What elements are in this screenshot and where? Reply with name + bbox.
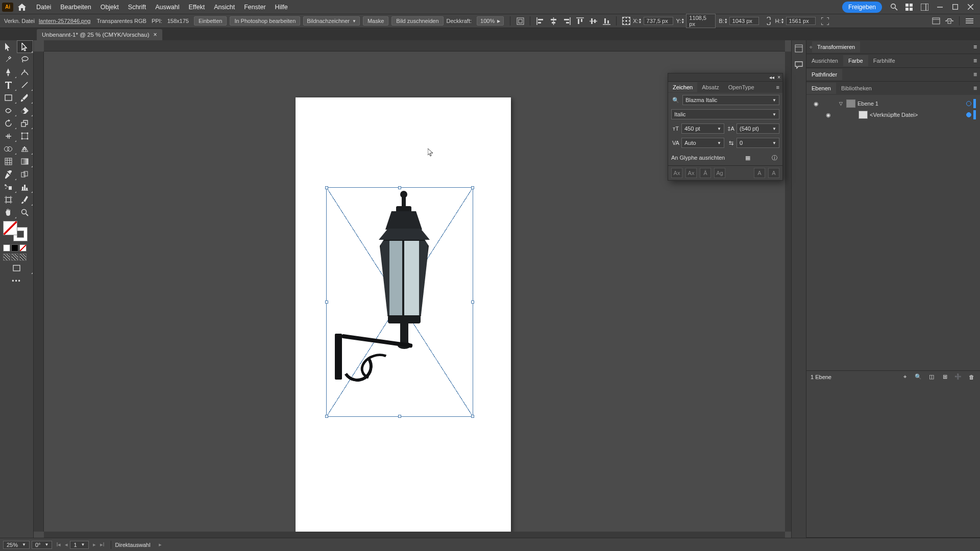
- transform-reference-icon[interactable]: [621, 15, 632, 27]
- w-value[interactable]: 1043 px: [729, 17, 759, 25]
- menu-datei[interactable]: Datei: [32, 2, 56, 13]
- mask-button[interactable]: Maske: [363, 16, 388, 26]
- shape-builder-tool[interactable]: [0, 142, 17, 155]
- first-artboard-icon[interactable]: I◂: [54, 541, 63, 548]
- snap-proximity-icon[interactable]: A: [768, 168, 779, 178]
- menu-hilfe[interactable]: Hilfe: [271, 2, 292, 13]
- tab-paragraph[interactable]: Absatz: [697, 82, 724, 92]
- resize-handle[interactable]: [325, 300, 328, 304]
- x-field[interactable]: X:▲▼737,5 px: [633, 17, 674, 25]
- screen-mode-tool[interactable]: [0, 262, 33, 274]
- h-value[interactable]: 1561 px: [786, 17, 816, 25]
- find-layer-icon[interactable]: 🔍: [914, 373, 923, 380]
- hand-tool[interactable]: [0, 206, 17, 219]
- pen-tool[interactable]: [0, 66, 17, 79]
- draw-behind-icon[interactable]: [11, 254, 18, 261]
- curvature-tool[interactable]: [17, 66, 34, 79]
- align-left-icon[interactable]: [534, 15, 546, 27]
- scale-tool[interactable]: [17, 117, 34, 130]
- horizontal-ruler[interactable]: [44, 40, 785, 52]
- panel-menu-icon[interactable]: ≡: [970, 43, 980, 51]
- artboard-tool[interactable]: [0, 193, 17, 206]
- new-sublayer-icon[interactable]: ⊞: [940, 373, 949, 380]
- menu-effekt[interactable]: Effekt: [184, 2, 209, 13]
- embed-button[interactable]: Einbetten: [194, 16, 227, 26]
- w-field[interactable]: B:▲▼1043 px: [719, 17, 760, 25]
- width-tool[interactable]: [0, 130, 17, 142]
- crop-image-button[interactable]: Bild zuschneiden: [391, 16, 443, 26]
- workspace-icon[interactable]: [919, 4, 930, 11]
- next-artboard-icon[interactable]: ▸: [91, 541, 98, 548]
- paintbrush-tool[interactable]: [17, 91, 34, 104]
- collapse-icon[interactable]: ◂◂: [769, 74, 774, 80]
- zoom-tool[interactable]: [17, 206, 34, 219]
- snap-glyphbounds-icon[interactable]: Â: [700, 168, 711, 178]
- panel-menu-icon[interactable]: [964, 15, 975, 27]
- fill-stroke-swatches[interactable]: [0, 219, 33, 243]
- close-tab-icon[interactable]: ×: [153, 31, 157, 38]
- resize-handle[interactable]: [471, 415, 474, 418]
- menu-fenster[interactable]: Fenster: [239, 2, 270, 13]
- preferences-icon[interactable]: [944, 15, 955, 27]
- align-vcenter-icon[interactable]: [587, 15, 599, 27]
- color-mode-swatch[interactable]: [3, 244, 10, 252]
- menu-ansicht[interactable]: Ansicht: [209, 2, 239, 13]
- panel-menu-icon[interactable]: ≡: [970, 57, 980, 64]
- glyph-grid-icon[interactable]: ▦: [743, 153, 752, 162]
- make-clipmask-icon[interactable]: ◫: [927, 373, 936, 380]
- tab-color[interactable]: Farbe: [843, 55, 868, 66]
- close-panel-icon[interactable]: ×: [777, 74, 780, 80]
- status-flyout-icon[interactable]: ▸: [157, 541, 164, 548]
- find-font-icon[interactable]: 🔍: [671, 95, 680, 105]
- symbol-sprayer-tool[interactable]: [0, 181, 17, 193]
- tab-colorguide[interactable]: Farbhilfe: [868, 55, 900, 66]
- eraser-tool[interactable]: [17, 104, 34, 117]
- search-icon[interactable]: [888, 3, 899, 11]
- visibility-toggle-icon[interactable]: ◉: [811, 101, 822, 107]
- magic-wand-tool[interactable]: [0, 53, 17, 66]
- menu-auswahl[interactable]: Auswahl: [151, 2, 184, 13]
- last-artboard-icon[interactable]: ▸I: [98, 541, 107, 548]
- target-icon[interactable]: [966, 112, 971, 117]
- align-bottom-icon[interactable]: [601, 15, 612, 27]
- stepper-icon[interactable]: ▲▼: [781, 18, 785, 24]
- edit-toolbar-icon[interactable]: •••: [0, 274, 33, 288]
- tab-pathfinder[interactable]: Pathfinder: [806, 69, 842, 80]
- gradient-tool[interactable]: [17, 155, 34, 168]
- vertical-ruler[interactable]: [34, 52, 44, 532]
- scale-corners-icon[interactable]: [820, 15, 831, 27]
- tab-transform[interactable]: Transformieren: [812, 41, 860, 53]
- resize-handle[interactable]: [398, 415, 401, 418]
- align-hcenter-icon[interactable]: [548, 15, 559, 27]
- vertical-scrollbar[interactable]: [785, 52, 791, 532]
- y-field[interactable]: Y:▲▼1108,5 px: [676, 14, 717, 28]
- shaper-tool[interactable]: [0, 104, 17, 117]
- tab-libraries[interactable]: Bibliotheken: [836, 83, 877, 94]
- resize-handle[interactable]: [471, 300, 474, 304]
- stepper-icon[interactable]: ▲▼: [681, 18, 684, 24]
- layer-item-name[interactable]: <Verknüpfte Datei>: [870, 112, 964, 118]
- menu-schrift[interactable]: Schrift: [124, 2, 151, 13]
- font-size-field[interactable]: 450 pt▼: [681, 123, 724, 134]
- rectangle-tool[interactable]: [0, 91, 17, 104]
- eyedropper-tool[interactable]: [0, 168, 17, 181]
- leading-field[interactable]: (540 pt)▼: [737, 123, 779, 134]
- artboard-nav-field[interactable]: 1▼: [70, 541, 88, 549]
- none-mode-swatch[interactable]: [19, 244, 27, 252]
- layer-row[interactable]: ◉ ▽ Ebene 1: [811, 98, 976, 109]
- layer-name[interactable]: Ebene 1: [857, 101, 964, 107]
- rotation-dropdown[interactable]: 0°▼: [32, 541, 52, 549]
- draw-normal-icon[interactable]: [3, 254, 10, 261]
- panel-menu-icon[interactable]: ≡: [773, 84, 782, 90]
- horizontal-scrollbar[interactable]: [44, 532, 785, 538]
- y-value[interactable]: 1108,5 px: [686, 14, 716, 28]
- lasso-tool[interactable]: [17, 53, 34, 66]
- zoom-dropdown[interactable]: 25%▼: [3, 541, 30, 549]
- window-close-icon[interactable]: [966, 4, 975, 10]
- font-style-dropdown[interactable]: Italic▼: [671, 109, 779, 119]
- properties-panel-icon[interactable]: [794, 43, 804, 54]
- align-top-icon[interactable]: [574, 15, 585, 27]
- edit-in-photoshop-button[interactable]: In Photoshop bearbeiten: [230, 16, 300, 26]
- column-graph-tool[interactable]: [17, 181, 34, 193]
- image-trace-dropdown[interactable]: Bildnachzeichner▼: [303, 16, 360, 26]
